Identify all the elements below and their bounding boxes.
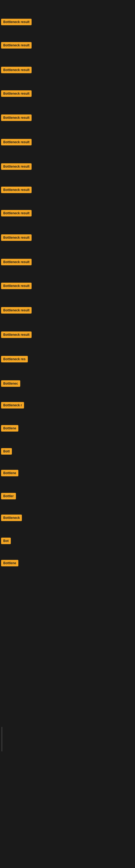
bottleneck-row-2: Bottleneck result — [0, 42, 135, 50]
bottleneck-badge[interactable]: Bottleneck result — [1, 115, 32, 121]
bottleneck-badge[interactable]: Bottleneck result — [1, 139, 32, 145]
bottleneck-row-1: Bottleneck result — [0, 19, 135, 26]
bottleneck-badge[interactable]: Bottleneck — [1, 515, 22, 521]
bottleneck-badge[interactable]: Bottleneck result — [1, 307, 32, 314]
bottleneck-badge[interactable]: Bottleneck result — [1, 19, 32, 25]
bottleneck-row-8: Bottleneck result — [0, 187, 135, 194]
bottleneck-row-4: Bottleneck result — [0, 90, 135, 98]
bottleneck-row-20: Bottlene — [0, 470, 135, 477]
bottleneck-row-16: Bottlenec — [0, 380, 135, 388]
bottleneck-row-15: Bottleneck res — [0, 356, 135, 364]
bottleneck-badge[interactable]: Bottleneck result — [1, 235, 32, 241]
bottleneck-badge[interactable]: Bot — [1, 538, 11, 544]
bottleneck-badge[interactable]: Bottleneck result — [1, 90, 32, 97]
bottleneck-row-13: Bottleneck result — [0, 307, 135, 315]
site-header — [0, 0, 135, 3]
bottleneck-badge[interactable]: Bottleneck result — [1, 42, 32, 49]
bottleneck-badge[interactable]: Bott — [1, 448, 12, 455]
bottleneck-row-24: Bottlene — [0, 560, 135, 567]
bottleneck-row-14: Bottleneck result — [0, 332, 135, 339]
bottleneck-row-18: Bottlene — [0, 425, 135, 433]
bottleneck-badge[interactable]: Bottleneck result — [1, 187, 32, 193]
bottleneck-row-5: Bottleneck result — [0, 115, 135, 122]
bottleneck-badge[interactable]: Bottleneck res — [1, 356, 28, 362]
bottleneck-row-22: Bottleneck — [0, 515, 135, 522]
bottleneck-row-10: Bottleneck result — [0, 235, 135, 242]
bottleneck-badge[interactable]: Bottleneck result — [1, 67, 32, 73]
bottleneck-row-3: Bottleneck result — [0, 67, 135, 74]
bottleneck-row-12: Bottleneck result — [0, 283, 135, 290]
bottleneck-badge[interactable]: Bottleneck result — [1, 259, 32, 265]
bottleneck-badge[interactable]: Bottleneck result — [1, 163, 32, 170]
bottleneck-row-21: Bottler — [0, 493, 135, 500]
bottleneck-badge[interactable]: Bottlenec — [1, 380, 20, 387]
bottleneck-badge[interactable]: Bottlene — [1, 425, 18, 432]
bottleneck-badge[interactable]: Bottlene — [1, 470, 18, 476]
bottleneck-badge[interactable]: Bottleneck r — [1, 402, 24, 408]
bottleneck-badge[interactable]: Bottleneck result — [1, 283, 32, 289]
bottleneck-row-17: Bottleneck r — [0, 402, 135, 410]
bottleneck-badge[interactable]: Bottler — [1, 493, 16, 499]
bottleneck-row-9: Bottleneck result — [0, 210, 135, 218]
bottleneck-row-7: Bottleneck result — [0, 163, 135, 171]
vertical-line — [2, 727, 2, 751]
page-container: Bottleneck resultBottleneck resultBottle… — [0, 0, 135, 868]
bottleneck-row-19: Bott — [0, 448, 135, 456]
bottleneck-row-6: Bottleneck result — [0, 139, 135, 147]
items-container: Bottleneck resultBottleneck resultBottle… — [0, 3, 135, 600]
bottleneck-badge[interactable]: Bottleneck result — [1, 210, 32, 216]
bottleneck-row-23: Bot — [0, 538, 135, 545]
bottleneck-badge[interactable]: Bottleneck result — [1, 332, 32, 338]
bottleneck-badge[interactable]: Bottlene — [1, 560, 18, 566]
bottleneck-row-11: Bottleneck result — [0, 259, 135, 267]
